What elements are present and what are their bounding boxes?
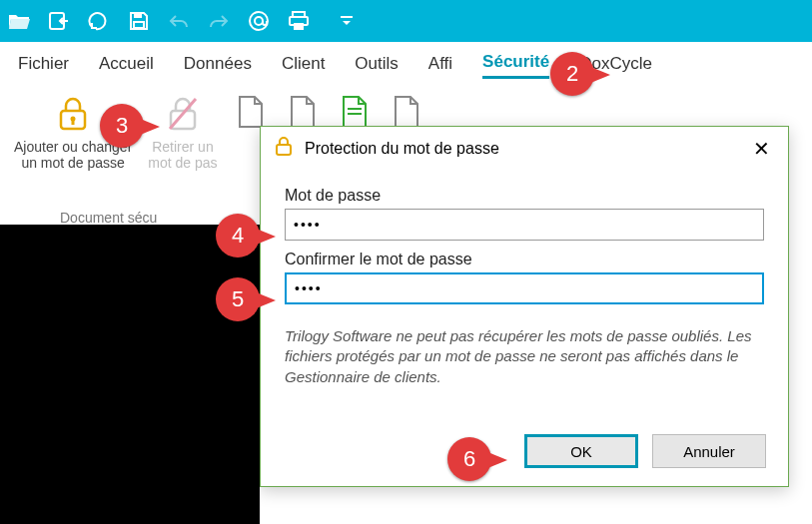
password-label: Mot de passe <box>285 187 764 205</box>
undo-icon <box>168 10 190 32</box>
menu-bar: Fichier Accueil Données Client Outils Af… <box>0 42 812 87</box>
confirm-password-input[interactable] <box>285 272 764 304</box>
svg-rect-16 <box>277 145 291 155</box>
svg-rect-8 <box>341 16 353 18</box>
svg-rect-2 <box>134 22 144 28</box>
menu-donnees[interactable]: Données <box>184 54 252 78</box>
menu-fichier[interactable]: Fichier <box>18 54 69 78</box>
menu-securite[interactable]: Sécurité <box>482 52 549 79</box>
import-icon[interactable] <box>48 10 70 32</box>
confirm-password-label: Confirmer le mot de passe <box>285 251 764 268</box>
ribbon-label: mot de pas <box>148 155 217 171</box>
document-background <box>0 225 260 524</box>
ribbon-label: Retirer un <box>148 139 217 155</box>
menu-affichage[interactable]: Affi <box>428 54 452 78</box>
carry-forward-icon[interactable] <box>88 10 110 32</box>
lock-icon <box>275 137 293 161</box>
menu-doxcycle[interactable]: DoxCycle <box>579 54 652 78</box>
svg-rect-11 <box>72 120 75 125</box>
lock-icon <box>56 95 90 136</box>
warning-text: Trilogy Software ne peut pas récupérer l… <box>285 326 764 387</box>
ribbon-remove-password: Retirer un mot de pas <box>140 93 225 217</box>
folder-open-icon[interactable] <box>8 10 30 32</box>
svg-point-4 <box>255 17 263 25</box>
email-icon[interactable] <box>248 10 270 32</box>
svg-rect-1 <box>134 13 142 18</box>
dialog-header: Protection du mot de passe ✕ <box>261 127 788 171</box>
ribbon-add-change-password[interactable]: Ajouter ou changer un mot de passe <box>6 93 140 217</box>
menu-outils[interactable]: Outils <box>355 54 398 78</box>
quick-access-toolbar <box>0 0 812 42</box>
ribbon-label: Ajouter ou changer <box>14 139 132 155</box>
menu-client[interactable]: Client <box>282 54 325 78</box>
svg-rect-7 <box>294 23 304 30</box>
close-icon[interactable]: ✕ <box>749 137 774 161</box>
dialog-title: Protection du mot de passe <box>305 140 737 158</box>
ribbon-group-caption: Document sécu <box>60 210 157 226</box>
lock-remove-icon <box>166 95 200 136</box>
password-protection-dialog: Protection du mot de passe ✕ Mot de pass… <box>260 126 789 487</box>
ribbon-label: un mot de passe <box>14 155 132 171</box>
print-icon[interactable] <box>288 10 310 32</box>
cancel-button[interactable]: Annuler <box>652 434 766 468</box>
svg-point-3 <box>250 12 268 30</box>
save-icon[interactable] <box>128 10 150 32</box>
redo-icon <box>208 10 230 32</box>
password-input[interactable] <box>285 209 764 241</box>
menu-accueil[interactable]: Accueil <box>99 54 154 78</box>
svg-line-13 <box>170 99 196 129</box>
ok-button[interactable]: OK <box>524 434 638 468</box>
customize-toolbar-icon[interactable] <box>336 10 358 32</box>
